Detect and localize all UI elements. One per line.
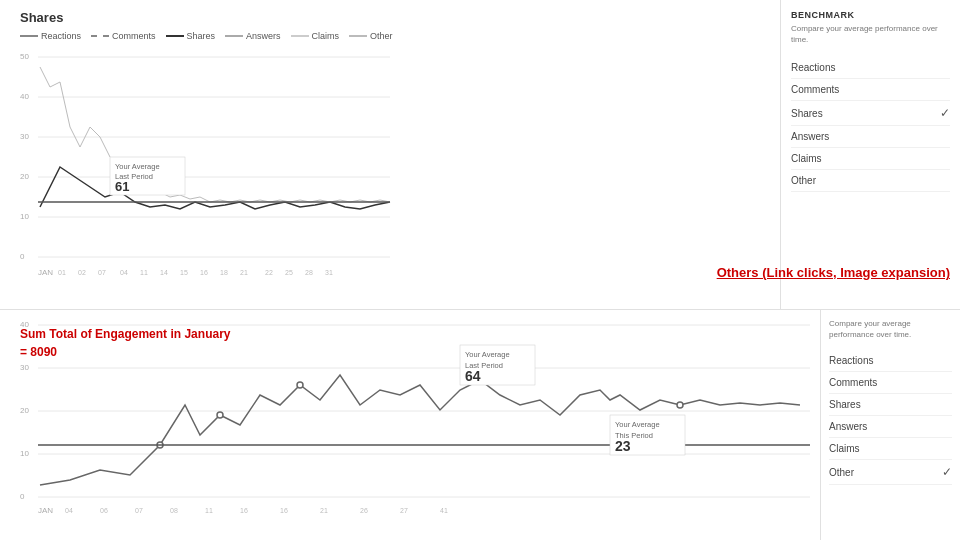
svg-text:16: 16	[200, 269, 208, 276]
svg-text:28: 28	[305, 269, 313, 276]
bottom-benchmark-other[interactable]: Other ✓	[829, 460, 952, 485]
svg-text:30: 30	[20, 132, 29, 141]
top-chart-title: Shares	[20, 10, 400, 25]
svg-text:11: 11	[205, 507, 213, 514]
bottom-benchmark-shares[interactable]: Shares	[829, 394, 952, 416]
svg-text:20: 20	[20, 406, 29, 415]
svg-text:06: 06	[100, 507, 108, 514]
legend-other: Other	[349, 31, 393, 41]
benchmark-comments[interactable]: Comments	[791, 79, 950, 101]
svg-text:07: 07	[135, 507, 143, 514]
bottom-section: Sum Total of Engagement in January = 809…	[0, 310, 960, 540]
svg-text:21: 21	[320, 507, 328, 514]
svg-text:31: 31	[325, 269, 333, 276]
bottom-benchmark-panel: Compare your average performance over ti…	[820, 310, 960, 540]
svg-text:07: 07	[98, 269, 106, 276]
legend-answers: Answers	[225, 31, 281, 41]
svg-text:10: 10	[20, 212, 29, 221]
svg-point-47	[217, 412, 223, 418]
benchmark-answers[interactable]: Answers	[791, 126, 950, 148]
svg-text:26: 26	[360, 507, 368, 514]
svg-text:41: 41	[440, 507, 448, 514]
svg-text:27: 27	[400, 507, 408, 514]
top-chart-area: Shares Reactions Comments Shares Answers…	[0, 0, 410, 310]
bottom-chart-area: Sum Total of Engagement in January = 809…	[0, 310, 820, 540]
benchmark-claims[interactable]: Claims	[791, 148, 950, 170]
top-section: Shares Reactions Comments Shares Answers…	[0, 0, 960, 310]
svg-point-48	[297, 382, 303, 388]
svg-text:Your Average: Your Average	[465, 350, 510, 359]
overlay-text: Others (Link clicks, Image expansion)	[717, 265, 950, 280]
benchmark-title: BENCHMARK	[791, 10, 950, 20]
svg-text:23: 23	[615, 438, 631, 454]
svg-text:18: 18	[220, 269, 228, 276]
svg-text:08: 08	[170, 507, 178, 514]
svg-text:0: 0	[20, 492, 25, 501]
bottom-benchmark-answers[interactable]: Answers	[829, 416, 952, 438]
svg-text:10: 10	[20, 449, 29, 458]
svg-text:11: 11	[140, 269, 148, 276]
svg-text:JAN: JAN	[38, 268, 53, 277]
svg-text:15: 15	[180, 269, 188, 276]
svg-text:40: 40	[20, 92, 29, 101]
shares-checkmark: ✓	[940, 106, 950, 120]
legend-comments: Comments	[91, 31, 156, 41]
svg-text:16: 16	[240, 507, 248, 514]
benchmark-other[interactable]: Other	[791, 170, 950, 192]
svg-text:02: 02	[78, 269, 86, 276]
svg-text:16: 16	[280, 507, 288, 514]
benchmark-shares[interactable]: Shares ✓	[791, 101, 950, 126]
legend-reactions: Reactions	[20, 31, 81, 41]
bottom-benchmark-desc: Compare your average performance over ti…	[829, 318, 952, 340]
benchmark-desc: Compare your average performance over ti…	[791, 23, 950, 45]
svg-text:04: 04	[120, 269, 128, 276]
svg-text:30: 30	[20, 363, 29, 372]
svg-text:61: 61	[115, 179, 129, 194]
svg-text:20: 20	[20, 172, 29, 181]
svg-text:01: 01	[58, 269, 66, 276]
bottom-benchmark-comments[interactable]: Comments	[829, 372, 952, 394]
top-legend: Reactions Comments Shares Answers Claims…	[20, 31, 400, 41]
svg-text:50: 50	[20, 52, 29, 61]
svg-text:64: 64	[465, 368, 481, 384]
top-chart-svg: 50 40 30 20 10 0 Your Average Last Perio…	[20, 47, 410, 287]
legend-claims: Claims	[291, 31, 340, 41]
svg-text:0: 0	[20, 252, 25, 261]
svg-text:04: 04	[65, 507, 73, 514]
svg-text:14: 14	[160, 269, 168, 276]
svg-point-50	[677, 402, 683, 408]
svg-text:JAN: JAN	[38, 506, 53, 515]
svg-text:25: 25	[285, 269, 293, 276]
top-benchmark-panel: BENCHMARK Compare your average performan…	[780, 0, 960, 310]
bottom-benchmark-claims[interactable]: Claims	[829, 438, 952, 460]
sum-text: Sum Total of Engagement in January = 809…	[20, 325, 230, 361]
svg-text:Your Average: Your Average	[115, 162, 160, 171]
legend-shares: Shares	[166, 31, 216, 41]
svg-text:22: 22	[265, 269, 273, 276]
benchmark-reactions[interactable]: Reactions	[791, 57, 950, 79]
bottom-benchmark-reactions[interactable]: Reactions	[829, 350, 952, 372]
svg-text:21: 21	[240, 269, 248, 276]
other-checkmark: ✓	[942, 465, 952, 479]
svg-text:Your Average: Your Average	[615, 420, 660, 429]
